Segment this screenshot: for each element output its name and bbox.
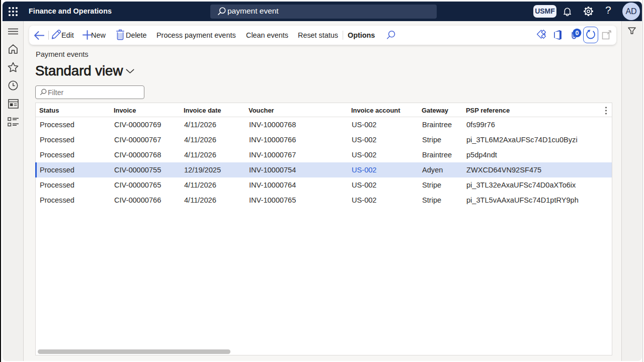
svg-text:0: 0 bbox=[575, 30, 579, 37]
